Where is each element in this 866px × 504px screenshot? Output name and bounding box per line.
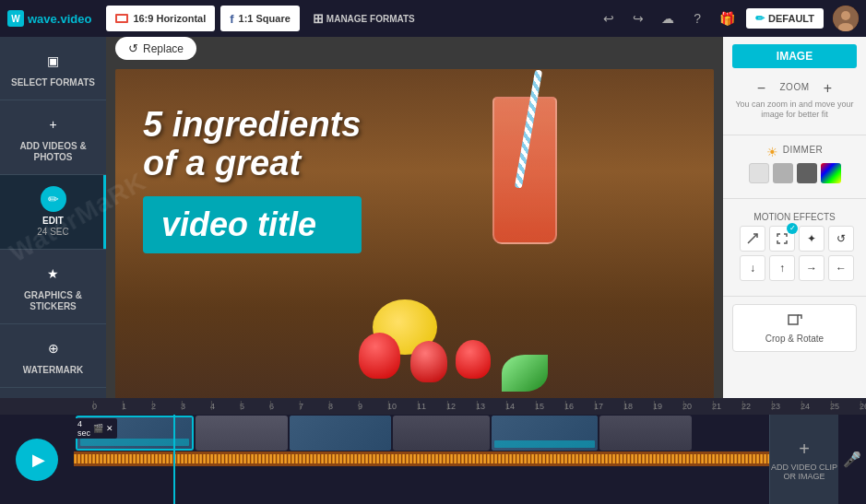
drink-jar [483, 97, 566, 281]
format-11-button[interactable]: f 1:1 Square [220, 6, 300, 31]
canvas-title-line1: 5 ingredients of a great [143, 106, 362, 183]
format-169-button[interactable]: 16:9 Horizontal [106, 6, 215, 31]
motion-section: MOTION EFFECTS ✦ ↺ ↓ ↑ → ← [723, 203, 866, 292]
ruler-mark-7: 7 [299, 402, 328, 411]
sidebar-item-select-formats[interactable]: ▣ SELECT FORMATS [0, 37, 106, 100]
edit-label: EDIT 24 sec [37, 216, 68, 238]
sidebar-item-edit[interactable]: ✏ EDIT 24 sec [0, 175, 106, 250]
color-swatch-2[interactable] [773, 163, 793, 183]
top-bar-right: ↩ ↪ ☁ ? 🎁 ✏ DEFAULT [599, 6, 859, 31]
sidebar-item-add-videos[interactable]: + ADD VIDEOS & PHOTOS [0, 100, 106, 175]
ruler-mark-18: 18 [623, 402, 653, 411]
sidebar-item-graphics[interactable]: ★ GRAPHICS & STICKERS [0, 250, 106, 324]
motion-btn-diagonal[interactable] [740, 226, 765, 252]
add-clip-label: ADD VIDEO CLIP OR IMAGE [770, 463, 838, 481]
ruler-mark-23: 23 [771, 402, 801, 411]
clip-close-icon[interactable]: ✕ [106, 424, 113, 433]
zoom-out-button[interactable]: − [753, 79, 771, 98]
redo-button[interactable]: ↪ [628, 8, 648, 29]
dimmer-section: ☀ DIMMER [723, 139, 866, 194]
motion-grid: ✦ ↺ ↓ ↑ → ← [732, 226, 857, 281]
manage-grid-icon: ⊞ [313, 11, 324, 26]
manage-formats-label: MANAGE FORMATS [326, 14, 415, 24]
left-sidebar: ▣ SELECT FORMATS + ADD VIDEOS & PHOTOS ✏… [0, 37, 106, 398]
divider-3 [723, 296, 866, 297]
help-button[interactable]: ? [687, 8, 707, 29]
select-formats-icon: ▣ [41, 48, 66, 74]
main-area: ▣ SELECT FORMATS + ADD VIDEOS & PHOTOS ✏… [0, 37, 866, 398]
ruler-mark-16: 16 [564, 402, 594, 411]
image-tab[interactable]: IMAGE [732, 44, 857, 68]
timeline-audio-row [74, 451, 769, 466]
zoom-in-button[interactable]: + [819, 79, 837, 98]
ruler-mark-21: 21 [712, 402, 741, 411]
logo-icon: W [7, 10, 24, 27]
ruler-mark-8: 8 [328, 402, 358, 411]
ruler-mark-9: 9 [358, 402, 387, 411]
zoom-hint: You can zoom in and move your image for … [732, 100, 857, 120]
motion-btn-right[interactable]: → [799, 255, 824, 281]
timeline-body: ▶ 4 sec 🎬 ✕ [0, 415, 866, 504]
play-button[interactable]: ▶ [16, 439, 58, 481]
clip-4[interactable] [393, 416, 490, 451]
canvas-toolbar: ↺ Replace [106, 37, 723, 60]
color-swatch-1[interactable] [749, 163, 769, 183]
replace-button[interactable]: ↺ Replace [115, 37, 196, 60]
ruler-mark-17: 17 [594, 402, 623, 411]
clip-3[interactable] [290, 416, 391, 451]
clip-2[interactable] [196, 416, 288, 451]
sidebar-item-add-music[interactable]: ♪ ADD MUSIC [0, 388, 106, 398]
playhead[interactable] [173, 415, 175, 504]
dimmer-label: DIMMER [783, 145, 824, 155]
canvas-wrapper: 5 ingredients of a great video title [106, 60, 723, 398]
sidebar-item-watermark[interactable]: ⊕ WATERMARK [0, 324, 106, 388]
crop-rotate-button[interactable]: Crop & Rotate [732, 304, 857, 352]
pencil-icon: ✏ [755, 12, 765, 25]
undo-button[interactable]: ↩ [599, 8, 619, 29]
motion-btn-up[interactable]: ↑ [769, 255, 795, 281]
ruler-mark-1: 1 [122, 402, 151, 411]
motion-btn-down[interactable]: ↓ [740, 255, 765, 281]
cloud-save-button[interactable]: ☁ [658, 8, 678, 29]
clip-6[interactable] [599, 416, 692, 451]
graphics-label: GRAPHICS & STICKERS [5, 290, 101, 312]
add-clip-button[interactable]: + ADD VIDEO CLIP OR IMAGE [769, 415, 838, 504]
timeline-clip-row: 4 sec 🎬 ✕ [74, 415, 769, 451]
timeline-tracks: 4 sec 🎬 ✕ [74, 415, 769, 504]
ruler-mark-12: 12 [446, 402, 476, 411]
format-169-label: 16:9 Horizontal [133, 13, 206, 24]
canvas-subtitle-box[interactable]: video title [143, 196, 362, 253]
logo: W wave.video [7, 10, 91, 27]
graphics-icon: ★ [41, 261, 66, 287]
add-clip-icon: + [799, 439, 810, 460]
play-icon: ▶ [32, 450, 45, 470]
user-avatar[interactable] [833, 6, 859, 31]
canvas-text-area[interactable]: 5 ingredients of a great video title [143, 106, 362, 253]
motion-btn-rotate[interactable]: ↺ [828, 226, 854, 252]
replace-icon: ↺ [128, 41, 138, 55]
color-swatches [732, 163, 857, 183]
motion-btn-left[interactable]: ← [828, 255, 854, 281]
canvas[interactable]: 5 ingredients of a great video title [115, 69, 714, 398]
manage-formats-button[interactable]: ⊞ MANAGE FORMATS [305, 7, 422, 29]
logo-text: wave.video [28, 12, 91, 26]
ruler-mark-11: 11 [417, 402, 446, 411]
avatar-image [833, 6, 859, 31]
ruler-mark-10: 10 [387, 402, 417, 411]
color-swatch-rainbow[interactable] [821, 163, 841, 183]
audio-waveform [74, 454, 769, 463]
default-button[interactable]: ✏ DEFAULT [746, 8, 824, 29]
right-panel: IMAGE − ZOOM + You can zoom in and move … [723, 37, 866, 398]
clip-top-label: 4 sec 🎬 ✕ [74, 418, 117, 439]
motion-btn-star[interactable]: ✦ [799, 226, 824, 252]
watermark-icon: ⊕ [41, 335, 66, 361]
microphone-icon[interactable]: 🎤 [843, 451, 861, 468]
divider-2 [723, 198, 866, 199]
motion-expand-icon [776, 232, 789, 245]
clip-5[interactable] [492, 416, 598, 451]
ruler-marks: 0 1 2 3 4 5 6 7 8 9 10 11 12 13 14 15 16… [92, 402, 792, 411]
gift-button[interactable]: 🎁 [717, 8, 737, 29]
color-swatch-3[interactable] [797, 163, 817, 183]
zoom-label: ZOOM [780, 82, 810, 92]
motion-btn-expand[interactable] [769, 226, 795, 252]
